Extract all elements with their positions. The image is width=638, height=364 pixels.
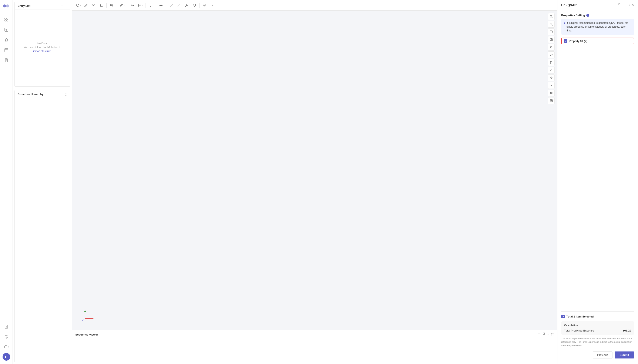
- app-logo[interactable]: [3, 4, 10, 11]
- entry-list-minimize[interactable]: −: [61, 4, 63, 8]
- svg-point-25: [94, 5, 95, 6]
- sequence-settings-btn[interactable]: [537, 332, 541, 336]
- arrow-tool-btn[interactable]: [129, 2, 136, 9]
- flag-tool-btn[interactable]: ▾: [137, 2, 144, 9]
- sequence-expand-btn[interactable]: ⬚: [551, 332, 554, 336]
- zoom-tool-btn[interactable]: [108, 2, 115, 9]
- pen-tool-btn[interactable]: [83, 2, 89, 9]
- canvas-bookmark-btn[interactable]: [548, 59, 555, 66]
- right-panel-maximize-btn[interactable]: ⬚: [627, 3, 630, 7]
- total-selected-label: Total 1 Item Selected: [566, 315, 593, 318]
- right-panel: Uni-QSAR − ⬚ ✕ Properties Setting i: [557, 0, 638, 364]
- structure-hierarchy-expand[interactable]: ⬚: [64, 92, 67, 96]
- svg-rect-5: [7, 20, 8, 21]
- right-panel-title: Uni-QSAR: [561, 3, 577, 7]
- property-01-item[interactable]: Property 01 (2): [561, 38, 634, 44]
- structure-hierarchy-title: Structure Hierarchy: [18, 92, 43, 96]
- sidebar-item-table[interactable]: [2, 46, 11, 54]
- total-selected-row: Total 1 Item Selected: [561, 315, 634, 318]
- sidebar-item-grid[interactable]: [2, 15, 11, 24]
- canvas-edit-btn[interactable]: [548, 67, 555, 74]
- canvas-select-btn[interactable]: [548, 28, 555, 35]
- user-avatar[interactable]: H: [3, 353, 10, 360]
- sequence-viewer-controls: − ⬚: [537, 332, 554, 336]
- submit-button[interactable]: Submit: [615, 352, 634, 358]
- svg-rect-9: [5, 48, 8, 52]
- sidebar-bottom: ? H: [2, 322, 11, 360]
- structure-hierarchy-minimize[interactable]: −: [61, 92, 63, 96]
- shape-tool-btn[interactable]: ▾: [75, 2, 82, 9]
- svg-point-57: [551, 92, 552, 94]
- center-area: ▾: [72, 0, 557, 364]
- svg-point-51: [550, 46, 552, 48]
- svg-point-23: [76, 4, 79, 6]
- svg-rect-49: [550, 39, 552, 40]
- sidebar-item-add[interactable]: [2, 26, 11, 34]
- canvas-refresh-btn[interactable]: [548, 52, 555, 58]
- entry-list-expand[interactable]: ⬚: [64, 4, 67, 8]
- properties-setting-info-icon[interactable]: i: [586, 14, 589, 17]
- canvas-link-btn[interactable]: [548, 90, 555, 96]
- line-tool-btn[interactable]: [168, 2, 175, 9]
- sidebar-item-cloud[interactable]: [2, 343, 11, 351]
- chain-tool-btn[interactable]: [158, 2, 164, 9]
- canvas-arrow-down-btn[interactable]: [548, 82, 555, 89]
- flag-arrow: ▾: [142, 4, 143, 6]
- wrench-tool-btn[interactable]: [183, 2, 190, 9]
- bubble-tool-btn[interactable]: [191, 2, 198, 9]
- right-panel-body: Properties Setting i ℹ It is highly reco…: [557, 10, 638, 364]
- svg-rect-12: [5, 58, 8, 62]
- right-panel-header-icons: − ⬚ ✕: [618, 3, 634, 7]
- toolbar-sep-3: [127, 3, 127, 8]
- canvas-zoom-out-btn[interactable]: [548, 21, 555, 28]
- sequence-minimize-btn[interactable]: −: [547, 332, 549, 336]
- toolbar-sep-1: [106, 3, 107, 8]
- monitor-tool-btn[interactable]: [147, 2, 154, 9]
- info-message-box: ℹ It is highly recommended to generate Q…: [561, 19, 634, 34]
- entry-list-panel: Entry List − ⬚ No Data. You can click on…: [15, 2, 70, 87]
- svg-line-46: [552, 25, 553, 26]
- sequence-flag-btn[interactable]: [542, 332, 546, 336]
- toolbar-sep-2: [117, 3, 117, 8]
- dash-tool-btn[interactable]: [176, 2, 182, 9]
- sidebar-item-doc[interactable]: [2, 322, 11, 331]
- svg-rect-2: [5, 18, 6, 19]
- svg-rect-48: [550, 31, 552, 33]
- info-message-text: It is highly recommended to generate QSA…: [567, 21, 632, 32]
- settings-tool-btn[interactable]: [201, 2, 208, 9]
- flask-tool-btn[interactable]: [98, 2, 105, 9]
- previous-button[interactable]: Previous: [593, 352, 612, 358]
- right-panel-minimize-btn[interactable]: −: [623, 3, 625, 7]
- svg-line-29: [112, 6, 113, 7]
- svg-rect-16: [6, 61, 6, 62]
- right-panel-copy-btn[interactable]: [618, 3, 621, 7]
- svg-marker-61: [84, 310, 86, 312]
- back-tool-btn[interactable]: [209, 2, 216, 9]
- right-panel-close-btn[interactable]: ✕: [631, 3, 634, 7]
- canvas-zoom-in-btn[interactable]: [548, 13, 555, 20]
- main-canvas: [72, 10, 557, 330]
- canvas-image-btn[interactable]: [548, 97, 555, 104]
- action-buttons: Previous Submit: [561, 352, 634, 360]
- svg-point-39: [193, 4, 196, 6]
- entry-list-controls: − ⬚: [61, 4, 67, 8]
- sidebar-item-job[interactable]: [2, 56, 11, 64]
- canvas-crosshair-btn[interactable]: [548, 44, 555, 50]
- bond-tool-btn[interactable]: [90, 2, 97, 9]
- sequence-viewer-title: Sequence Viewer: [75, 333, 98, 336]
- canvas-screenshot-btn[interactable]: [548, 36, 555, 43]
- total-expense-row: Total Predicted Expense ¥63.29: [564, 329, 631, 332]
- canvas-layers-btn[interactable]: [548, 74, 555, 81]
- sidebar-item-help[interactable]: ?: [2, 332, 11, 341]
- entry-list-header: Entry List − ⬚: [15, 2, 70, 10]
- property-01-checkbox[interactable]: [564, 39, 567, 43]
- total-checkbox[interactable]: [561, 315, 565, 318]
- sidebar-item-layers[interactable]: [2, 36, 11, 44]
- svg-line-42: [552, 17, 553, 18]
- sidebar-nav: ? H: [0, 0, 13, 364]
- svg-line-64: [82, 318, 85, 321]
- sequence-viewer-panel: Sequence Viewer − ⬚: [72, 330, 557, 364]
- pencil-tool-btn[interactable]: ▾: [119, 2, 125, 9]
- import-structure-link[interactable]: import structure.: [33, 50, 52, 53]
- entry-list-title: Entry List: [18, 4, 31, 8]
